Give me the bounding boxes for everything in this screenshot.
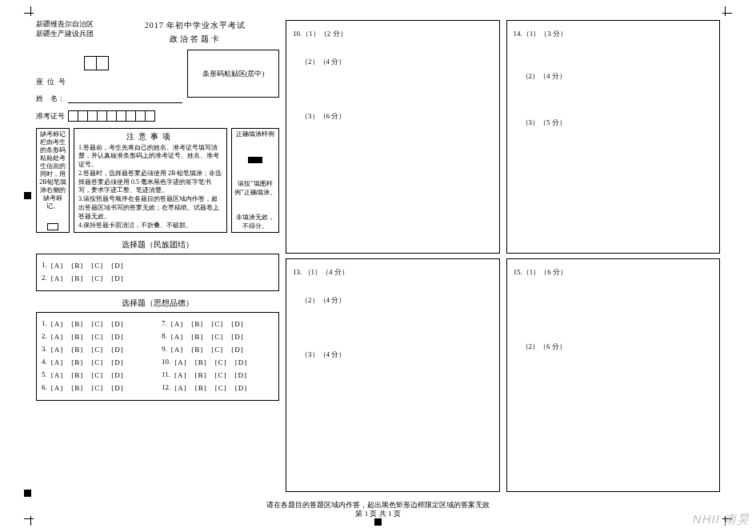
absent-mark-box: 缺考标记栏由考生的条形码粘贴处考生信息的同时，用2B铅笔填涂右侧的缺考标记。 [36, 128, 70, 233]
column-1: 新疆维吾尔自治区 新疆生产建设兵团 2017 年初中学业水平考试 政治答题卡 座… [36, 20, 279, 492]
question-14-panel[interactable]: 14.（1）（3 分） （2）（4 分） （3）（5 分） [506, 20, 721, 254]
notice-line: 2.答题时，选择题答案必须使用 2B 铅笔填涂；非选择题答案必须使用 0.5 毫… [78, 170, 222, 195]
mc-row: 4.[A] [B] [C] [D]10.[A] [B] [C] [D] [42, 358, 274, 368]
mc-options[interactable]: [A] [B] [C] [D] [51, 345, 124, 355]
mc-row: 1.[A] [B] [C] [D]7.[A] [B] [C] [D] [42, 319, 274, 330]
name-field[interactable] [68, 95, 182, 103]
footer-warning: 请在各题目的答题区域内作答，超出黑色矩形边框限定区域的答案无效 [0, 501, 756, 510]
question-15-panel[interactable]: 15.（1）（6 分） （2）（6 分） [506, 258, 721, 492]
mc-item[interactable]: 11.[A] [B] [C] [D] [162, 370, 274, 381]
seat-label: 座位号 [36, 77, 70, 87]
mc-options[interactable]: [A] [B] [C] [D] [51, 319, 124, 330]
mc-number: 12. [162, 383, 170, 394]
mc-item[interactable]: 8.[A] [B] [C] [D] [162, 332, 274, 342]
mc-number: 7. [162, 319, 167, 330]
column-2: 10.（1）（2 分） （2）（4 分） （3）（6 分） 13. （1）（4 … [286, 20, 500, 492]
mc-options[interactable]: [A] [B] [C] [D] [174, 358, 247, 368]
answer-sheet: 新疆维吾尔自治区 新疆生产建设兵团 2017 年初中学业水平考试 政治答题卡 座… [36, 20, 720, 492]
absent-mark-bubble[interactable] [47, 223, 58, 230]
mc-options[interactable]: [A] [B] [C] [D] [171, 345, 244, 355]
mc-box-1: 1.[A] [B] [C] [D]2.[A] [B] [C] [D] [36, 254, 279, 291]
mc-options[interactable]: [A] [B] [C] [D] [51, 358, 124, 368]
mc-number: 8. [162, 332, 167, 342]
alignment-square-icon [24, 490, 31, 497]
q10-sub2: （2）（4 分） [301, 57, 493, 67]
mc-item[interactable]: 5.[A] [B] [C] [D] [42, 370, 154, 381]
q14-head: 14.（1）（3 分） [514, 29, 714, 39]
mc-options[interactable]: [A] [B] [C] [D] [171, 332, 244, 342]
notice-box: 注意事项 1.答题前，考生先将自己的姓名、准考证号填写清楚，并认真核准条形码上的… [74, 128, 227, 233]
mc-row: 6.[A] [B] [C] [D]12.[A] [B] [C] [D] [42, 383, 274, 394]
mc-row: 2.[A] [B] [C] [D] [42, 274, 274, 284]
fill-example-title: 正确填涂样例 [234, 130, 277, 139]
q10-sub3: （3）（6 分） [301, 111, 493, 122]
mc-item[interactable]: 7.[A] [B] [C] [D] [162, 319, 274, 330]
absent-mark-text: 缺考标记栏由考生的条形码粘贴处考生信息的同时，用2B铅笔填涂右侧的缺考标记。 [38, 130, 67, 210]
mc-item[interactable]: 2.[A] [B] [C] [D] [42, 274, 154, 284]
mc-number: 3. [42, 345, 47, 355]
mc-item[interactable]: 10.[A] [B] [C] [D] [162, 358, 274, 368]
notice-title: 注意事项 [78, 131, 222, 142]
page-number: 第 1 页 共 1 页 [0, 510, 756, 519]
mc-row: 2.[A] [B] [C] [D]8.[A] [B] [C] [D] [42, 332, 274, 342]
mc-options[interactable]: [A] [B] [C] [D] [51, 261, 124, 271]
mc-row: 3.[A] [B] [C] [D]9.[A] [B] [C] [D] [42, 345, 274, 355]
mc-item[interactable]: 6.[A] [B] [C] [D] [42, 383, 154, 394]
q15-head: 15.（1）（6 分） [514, 267, 714, 278]
q14-sub2: （2）（4 分） [522, 71, 714, 82]
header: 新疆维吾尔自治区 新疆生产建设兵团 2017 年初中学业水平考试 政治答题卡 [36, 20, 279, 45]
q13-sub2: （2）（4 分） [301, 295, 493, 306]
mc-number: 1. [42, 319, 47, 330]
barcode-paste-area[interactable]: 条形码粘贴区(居中) [187, 50, 279, 98]
mc-item[interactable]: 9.[A] [B] [C] [D] [162, 345, 274, 355]
region-line: 新疆生产建设兵团 [36, 30, 106, 39]
q13-sub3: （3）（4 分） [301, 350, 493, 360]
alignment-square-icon [24, 192, 31, 199]
mc-number: 5. [42, 370, 47, 381]
mc-options[interactable]: [A] [B] [C] [D] [171, 319, 244, 330]
footer: 请在各题目的答题区域内作答，超出黑色矩形边框限定区域的答案无效 第 1 页 共 … [0, 501, 756, 519]
crop-mark-icon [24, 6, 37, 19]
barcode-label: 条形码粘贴区(居中) [202, 69, 265, 79]
q14-sub3: （3）（5 分） [522, 118, 714, 128]
exam-number-boxes[interactable] [68, 110, 155, 122]
mc-number: 2. [42, 274, 47, 284]
mc-options[interactable]: [A] [B] [C] [D] [174, 370, 247, 381]
fill-example-text: 请按"填图样例"正确填涂。 [234, 180, 277, 198]
mc-section-title-2: 选择题（思想品德） [36, 298, 279, 309]
question-10-panel[interactable]: 10.（1）（2 分） （2）（4 分） （3）（6 分） [286, 20, 500, 254]
exam-number-label: 准考证号 [36, 111, 65, 122]
mc-box-2: 1.[A] [B] [C] [D]7.[A] [B] [C] [D]2.[A] … [36, 312, 279, 401]
mc-options[interactable]: [A] [B] [C] [D] [51, 383, 124, 394]
fill-example-box: 正确填涂样例 请按"填图样例"正确填涂。 非填涂无效，不得分。 [231, 128, 279, 233]
mc-item[interactable]: 1.[A] [B] [C] [D] [42, 319, 154, 330]
mc-item[interactable]: 2.[A] [B] [C] [D] [42, 332, 154, 342]
mc-options[interactable]: [A] [B] [C] [D] [51, 274, 124, 284]
mc-options[interactable]: [A] [B] [C] [D] [174, 383, 247, 394]
mc-item[interactable]: 12.[A] [B] [C] [D] [162, 383, 274, 394]
mc-options[interactable]: [A] [B] [C] [D] [51, 370, 124, 381]
mc-row: 5.[A] [B] [C] [D]11.[A] [B] [C] [D] [42, 370, 274, 381]
mc-item[interactable]: 4.[A] [B] [C] [D] [42, 358, 154, 368]
region-line: 新疆维吾尔自治区 [36, 20, 106, 30]
filled-bubble-icon [248, 157, 262, 163]
mc-row: 1.[A] [B] [C] [D] [42, 261, 274, 271]
crop-mark-icon [719, 6, 732, 19]
mc-item[interactable]: 1.[A] [B] [C] [D] [42, 261, 154, 271]
name-label: 姓 名： [36, 94, 65, 104]
mc-number: 6. [42, 383, 47, 394]
q13-head: 13. （1）（4 分） [293, 267, 493, 278]
sheet-subtitle: 政治答题卡 [111, 34, 279, 45]
mc-number: 11. [162, 370, 170, 381]
q10-head: 10.（1）（2 分） [293, 29, 493, 39]
alignment-square-icon [374, 518, 382, 526]
mc-number: 4. [42, 358, 47, 368]
exam-title: 2017 年初中学业水平考试 [111, 20, 279, 31]
mc-section-title-1: 选择题（民族团结） [36, 239, 279, 250]
fill-example-text: 非填涂无效，不得分。 [234, 214, 277, 231]
mc-number: 1. [42, 261, 47, 271]
mc-item[interactable]: 3.[A] [B] [C] [D] [42, 345, 154, 355]
mc-options[interactable]: [A] [B] [C] [D] [51, 332, 124, 342]
question-13-panel[interactable]: 13. （1）（4 分） （2）（4 分） （3）（4 分） [286, 258, 500, 492]
seat-number-boxes[interactable] [84, 56, 109, 70]
